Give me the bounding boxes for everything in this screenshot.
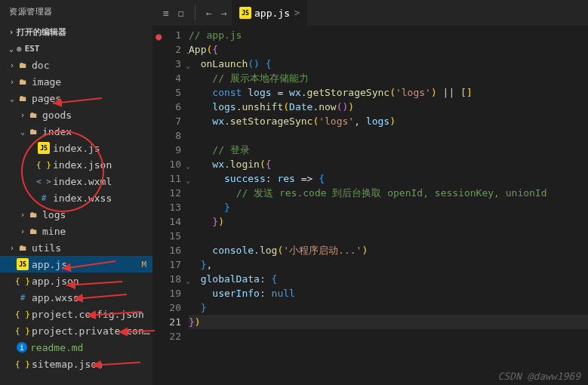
folder-item[interactable]: ›🖿mine: [0, 223, 152, 239]
file-label: utils: [32, 242, 152, 254]
wxml-icon: < >: [38, 175, 50, 187]
file-label: logs: [42, 209, 152, 220]
editor-pane: ≡ ◻ ← → JS app.js > 1⌄2⌄3456789⌄10⌄11121…: [152, 0, 588, 385]
watermark: CSDN @daww1969: [497, 371, 580, 382]
back-icon[interactable]: ←: [202, 8, 217, 19]
file-label: index.wxml: [53, 176, 152, 187]
file-item[interactable]: { }app.json: [0, 273, 152, 289]
folder-icon: 🖿: [17, 92, 29, 104]
file-item[interactable]: { }index.json: [0, 156, 152, 173]
file-item[interactable]: JSindex.js: [0, 140, 152, 156]
modified-badge: M: [141, 260, 146, 270]
explorer-title: 资源管理器: [0, 0, 152, 23]
wxss-icon: #: [38, 192, 50, 204]
file-item[interactable]: { }sitemap.json: [0, 356, 152, 372]
info-icon: i: [17, 342, 27, 353]
tab-label: app.js: [254, 8, 290, 19]
file-item[interactable]: { }project.private.config.js...: [0, 322, 152, 339]
explorer-sidebar: 资源管理器 › 打开的编辑器 ⌄ ● EST ›🖿doc›🖿image⌄🖿pag…: [0, 0, 152, 385]
file-label: mine: [42, 226, 152, 237]
file-label: pages: [32, 93, 152, 104]
file-label: readme.md: [30, 342, 152, 353]
folder-item[interactable]: ›🖿logs: [0, 206, 152, 223]
forward-icon[interactable]: →: [217, 8, 232, 19]
code-lines[interactable]: // app.jsApp({ onLaunch() { // 展示本地存储能力 …: [189, 28, 588, 385]
file-item[interactable]: #app.wxss: [0, 289, 152, 306]
file-label: sitemap.json: [32, 359, 152, 370]
js-icon: JS: [38, 142, 50, 154]
folder-item[interactable]: ›🖿goods: [0, 106, 152, 123]
js-icon: JS: [239, 7, 251, 19]
json-icon: { }: [17, 308, 29, 320]
file-item[interactable]: ireadme.md: [0, 339, 152, 356]
breadcrumb: >: [294, 8, 300, 18]
chevron-right-icon: ›: [6, 28, 17, 36]
folder-item[interactable]: ›🖿doc: [0, 57, 152, 73]
bookmark-icon[interactable]: ◻: [174, 8, 189, 19]
file-tree: ›🖿doc›🖿image⌄🖿pages›🖿goods⌄🖿indexJSindex…: [0, 57, 152, 385]
folder-icon: 🖿: [27, 109, 39, 121]
chevron-down-icon: ⌄: [6, 45, 17, 53]
folder-item[interactable]: ›🖿image: [0, 73, 152, 90]
json-icon: { }: [17, 358, 29, 370]
file-label: index: [42, 126, 152, 137]
file-label: doc: [32, 60, 152, 71]
file-label: index.js: [53, 143, 152, 154]
file-label: image: [32, 76, 152, 88]
editor-tabs: ≡ ◻ ← → JS app.js >: [152, 0, 588, 26]
json-icon: { }: [17, 275, 29, 287]
file-label: app.json: [32, 276, 152, 287]
js-icon: JS: [17, 258, 29, 270]
folder-icon: 🖿: [27, 208, 39, 220]
open-editors-label: 打开的编辑器: [17, 26, 66, 38]
file-item[interactable]: #index.wxss: [0, 189, 152, 206]
folder-icon: 🖿: [27, 125, 39, 137]
folder-item[interactable]: ⌄🖿index: [0, 123, 152, 140]
menu-icon[interactable]: ≡: [159, 8, 174, 19]
folder-item[interactable]: ⌄🖿pages: [0, 90, 152, 106]
json-icon: { }: [38, 159, 50, 171]
file-label: project.config.json: [32, 309, 152, 320]
file-label: app.js: [32, 259, 141, 270]
folder-icon: 🖿: [17, 75, 29, 88]
open-editors-section[interactable]: › 打开的编辑器: [0, 23, 152, 41]
line-gutter: 1⌄2⌄3456789⌄10⌄11121314151617⌄1819202122: [152, 28, 189, 385]
wxss-icon: #: [17, 291, 29, 303]
folder-icon: 🖿: [27, 225, 39, 237]
file-label: index.json: [53, 159, 152, 171]
file-item[interactable]: { }project.config.json: [0, 306, 152, 322]
tab-app-js[interactable]: JS app.js >: [232, 0, 307, 26]
json-icon: { }: [17, 325, 29, 337]
file-label: app.wxss: [32, 292, 152, 303]
folder-icon: 🖿: [17, 242, 29, 254]
file-label: goods: [42, 109, 152, 121]
file-label: index.wxss: [53, 192, 152, 204]
folder-item[interactable]: ›🖿utils: [0, 239, 152, 256]
file-item[interactable]: JSapp.jsM: [0, 256, 152, 273]
file-item[interactable]: < >index.wxml: [0, 173, 152, 189]
code-area[interactable]: 1⌄2⌄3456789⌄10⌄11121314151617⌄1819202122…: [152, 26, 588, 385]
folder-icon: 🖿: [17, 59, 29, 71]
project-name: EST: [25, 44, 40, 54]
project-section[interactable]: ⌄ ● EST: [0, 41, 152, 57]
file-label: project.private.config.js...: [32, 325, 152, 337]
